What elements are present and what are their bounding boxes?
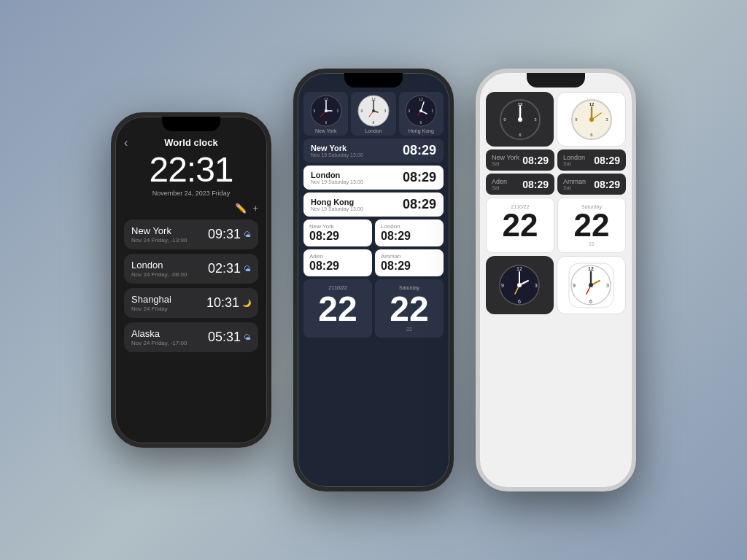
analog-clock-svg: 12 3 6 9 <box>570 98 613 141</box>
notch-1 <box>162 117 220 131</box>
analog-widget-newyork: 12 3 6 9 New York <box>303 92 348 136</box>
city-widget-aden[interactable]: Aden Sat 08:29 <box>486 174 554 195</box>
city-name: London <box>381 223 438 230</box>
svg-point-8 <box>325 109 328 112</box>
svg-text:3: 3 <box>535 283 538 288</box>
city-name: New York <box>311 144 363 152</box>
city-widget-london[interactable]: London Sat 08:29 <box>557 149 626 171</box>
city-info: New York Nov 19 Saturday 13:00 <box>311 144 363 158</box>
svg-text:9: 9 <box>313 109 315 113</box>
city-item-london[interactable]: London Nov 24 Friday, -08:00 02:31 🌤 <box>124 254 258 284</box>
toolbar-icons: ✏️ + <box>124 203 258 214</box>
notch-2 <box>344 73 403 88</box>
city-time: 08:29 <box>309 230 366 243</box>
svg-text:3: 3 <box>336 109 338 113</box>
city-time: 09:31 <box>208 227 241 242</box>
analog-clock-face: 12 3 6 9 <box>405 95 437 127</box>
city-name: New York <box>309 223 366 230</box>
svg-text:3: 3 <box>606 283 609 288</box>
city-detail: Nov 19 Saturday 13:00 <box>311 152 363 158</box>
edit-icon[interactable]: ✏️ <box>235 203 247 214</box>
flip-number: 22 <box>309 292 366 327</box>
flip-sub: 22 <box>564 241 619 246</box>
city-item-newyork[interactable]: New York Nov 24 Friday, -13:00 09:31 🌤 <box>124 219 258 249</box>
city-info: Aden Sat <box>492 178 507 190</box>
city-sub: Sat <box>492 185 507 190</box>
list-item-newyork[interactable]: New York Nov 19 Saturday 13:00 08:29 <box>303 139 444 163</box>
main-date: November 24, 2023 Friday <box>124 190 258 197</box>
svg-text:6: 6 <box>325 120 327 125</box>
analog-top-row: 12 3 6 9 12 3 6 9 <box>486 92 626 147</box>
clock-label: New York <box>315 128 337 133</box>
city-name: London <box>311 171 363 179</box>
flip-row-light: 2110/22 22 Saturday 22 22 <box>486 198 626 253</box>
add-icon[interactable]: + <box>252 203 258 214</box>
mini-widget-amman[interactable]: Amman 08:29 <box>375 249 444 276</box>
city-name: Amman <box>381 253 438 260</box>
flip-number: 22 <box>564 209 619 241</box>
time-display: 10:31 🌙 <box>206 295 251 311</box>
page-title: World clock <box>164 137 217 148</box>
analog-bottom-row: 12 3 6 9 12 3 6 9 <box>486 256 626 314</box>
svg-text:12: 12 <box>588 266 594 271</box>
city-info: London Sat <box>563 154 585 166</box>
time-display: 05:31 🌤 <box>208 330 251 345</box>
svg-text:6: 6 <box>518 299 521 304</box>
city-info: Shanghai Nov 24 Friday <box>131 294 171 312</box>
city-widget-newyork[interactable]: New York Sat 08:29 <box>486 149 554 171</box>
city-detail: Nov 19 Saturday 13:00 <box>311 179 363 184</box>
phone-2: 12 3 6 9 New York 12 3 6 9 <box>293 69 454 491</box>
city-time: 08:29 <box>309 260 366 273</box>
phone-1: ‹ World clock 22:31 November 24, 2023 Fr… <box>111 112 271 448</box>
list-item-london[interactable]: London Nov 19 Saturday 13:00 08:29 <box>303 166 444 190</box>
mini-widget-london[interactable]: London 08:29 <box>375 219 444 246</box>
city-name: London <box>563 154 585 161</box>
city-time: 10:31 <box>206 295 239 311</box>
city-time: 08:29 <box>403 143 436 158</box>
city-info: New York Sat <box>492 154 519 166</box>
analog-sq-dark: 12 3 6 9 <box>486 256 554 314</box>
clock-label: Hong Kong <box>409 128 434 133</box>
svg-point-62 <box>589 283 593 287</box>
city-time: 02:31 <box>208 261 241 276</box>
analog-clock-svg: 12 3 6 9 <box>496 262 543 309</box>
back-button[interactable]: ‹ <box>124 136 128 149</box>
main-time: 22:31 <box>124 151 258 190</box>
mini-widget-newyork[interactable]: New York 08:29 <box>303 219 372 246</box>
analog-widget-dark: 12 3 6 9 <box>486 92 554 147</box>
city-time: 05:31 <box>208 330 241 345</box>
weather-icon: 🌤 <box>244 230 251 238</box>
city-time: 08:29 <box>594 179 620 190</box>
city-item-shanghai[interactable]: Shanghai Nov 24 Friday 10:31 🌙 <box>124 288 258 318</box>
city-info: London Nov 19 Saturday 13:00 <box>311 171 363 184</box>
flip-widget-2: Saturday 22 22 <box>375 279 444 338</box>
analog-sq-light: 12 3 6 9 <box>557 256 626 314</box>
analog-clock-svg: 12 3 6 9 <box>499 98 541 141</box>
list-item-hongkong[interactable]: Hong Kong Nov 19 Saturday 13:00 08:29 <box>303 192 444 217</box>
analog-row: 12 3 6 9 New York 12 3 6 9 <box>303 92 444 136</box>
svg-text:9: 9 <box>361 109 363 113</box>
svg-text:12: 12 <box>419 97 424 101</box>
phone2-content: 12 3 6 9 New York 12 3 6 9 <box>298 88 449 345</box>
svg-text:3: 3 <box>432 109 434 113</box>
city-item-alaska[interactable]: Alaska Nov 24 Friday, -17:00 05:31 🌤 <box>124 322 258 352</box>
city-detail: Nov 24 Friday <box>131 306 171 312</box>
city-widget-amman[interactable]: Amman Sat 08:29 <box>557 174 626 195</box>
city-time: 08:29 <box>403 170 436 185</box>
mini-widget-aden[interactable]: Aden 08:29 <box>303 249 372 276</box>
svg-text:12: 12 <box>516 266 522 271</box>
analog-widget-gold: 12 3 6 9 <box>557 92 626 147</box>
flip-number: 22 <box>492 209 548 241</box>
time-display: 02:31 🌤 <box>208 261 251 276</box>
phone-3: 12 3 6 9 12 3 6 9 <box>476 69 636 491</box>
svg-text:6: 6 <box>589 299 592 304</box>
clock-label: London <box>365 128 382 133</box>
city-info: Amman Sat <box>563 178 586 190</box>
analog-clock-svg: 12 3 6 9 <box>568 262 615 309</box>
svg-point-52 <box>517 283 522 287</box>
svg-point-42 <box>589 117 594 122</box>
mini-widget-grid: New York 08:29 London 08:29 Aden 08:29 A… <box>303 219 444 276</box>
city-info: Hong Kong Nov 19 Saturday 13:00 <box>311 198 363 211</box>
city-name: Shanghai <box>131 294 171 305</box>
flip-widget-row: 2110/22 22 Saturday 22 22 <box>303 279 444 338</box>
